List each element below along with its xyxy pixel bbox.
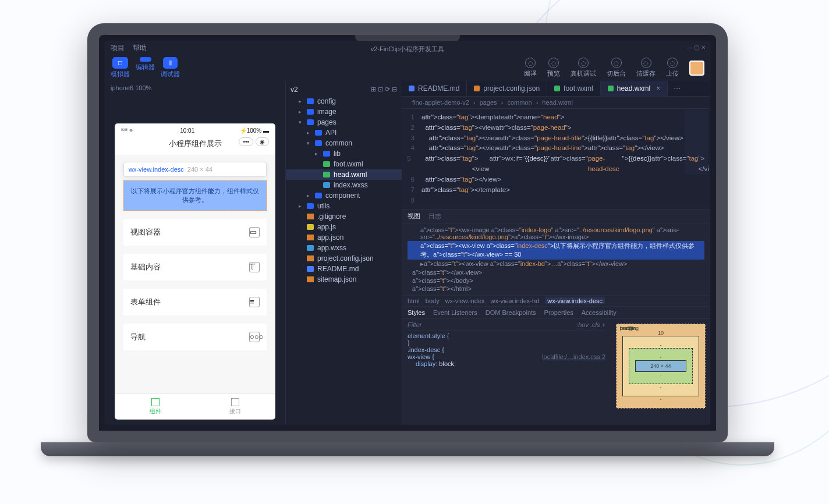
tool-真机调试[interactable]: ◌真机调试 xyxy=(571,58,596,78)
card-icon: ▭ xyxy=(249,227,260,237)
list-item[interactable]: 基础内容𝕋 xyxy=(123,254,267,281)
file-icon xyxy=(307,255,314,261)
file-explorer: v2 ⊞ ⊡ ⟳ ⊟ ▸config▸image▾pages▸API▾commo… xyxy=(285,81,402,425)
tree-node[interactable]: ▸component xyxy=(286,190,402,201)
tree-node[interactable]: sitemap.json xyxy=(286,274,402,285)
selected-element[interactable]: 以下将展示小程序官方组件能力，组件样式仅供参考。 xyxy=(123,180,267,211)
tree-node[interactable]: ▸utils xyxy=(286,201,402,211)
devtools-tab[interactable]: 视图 xyxy=(408,212,420,221)
phone-tab[interactable]: 组件 xyxy=(115,394,195,419)
card-icon: 𝕋 xyxy=(249,262,260,272)
status-signal: ᴵᴰᴱ ᯤ xyxy=(121,127,135,134)
tree-node[interactable]: ▾pages xyxy=(286,117,402,127)
file-icon xyxy=(307,119,314,125)
capsule-menu[interactable]: ••• xyxy=(239,137,253,146)
tree-node[interactable]: app.wxss xyxy=(286,243,402,253)
mode-pill-1[interactable] xyxy=(140,57,151,62)
tool-上传[interactable]: ◌上传 xyxy=(666,58,679,78)
styles-tab[interactable]: Event Listeners xyxy=(433,309,477,316)
tree-node[interactable]: .gitignore xyxy=(286,211,402,222)
styles-panel[interactable]: Filter :hov .cls + element.style {}.inde… xyxy=(402,319,611,425)
tree-node[interactable]: ▸image xyxy=(286,107,402,117)
styles-filter[interactable]: Filter xyxy=(408,321,421,328)
file-icon xyxy=(307,276,314,282)
close-icon[interactable]: × xyxy=(656,84,660,93)
file-icon xyxy=(315,130,322,136)
file-icon xyxy=(307,203,314,209)
tree-node[interactable]: ▸config xyxy=(286,96,402,107)
tool-清缓存[interactable]: ◌清缓存 xyxy=(636,58,656,78)
tree-node[interactable]: ▸API xyxy=(286,127,402,138)
card-icon: ≡ xyxy=(249,297,260,307)
editor-area: README.mdproject.config.jsonfoot.wxmlhea… xyxy=(402,81,710,425)
file-icon xyxy=(307,224,314,230)
styles-tab[interactable]: Styles xyxy=(408,309,425,316)
devtools-panel: 视图日志 a">class="t"><wx-image a">class="in… xyxy=(402,209,710,425)
tabs-more[interactable]: ⋯ xyxy=(668,81,686,96)
styles-tab[interactable]: DOM Breakpoints xyxy=(486,309,536,316)
dom-crumb[interactable]: wx-view.index-desc xyxy=(545,297,605,304)
tool-切后台[interactable]: ◌切后台 xyxy=(607,58,626,78)
window-controls[interactable]: — ▢ ✕ xyxy=(686,44,706,51)
list-item[interactable]: 视图容器▭ xyxy=(123,219,267,246)
device-label: iphone6 100% xyxy=(105,81,285,95)
mode-pill-2[interactable]: ⫴ xyxy=(163,57,178,69)
menu-help[interactable]: 帮助 xyxy=(133,43,147,53)
list-item[interactable]: 表单组件≡ xyxy=(123,289,267,315)
tool-预览[interactable]: ◌预览 xyxy=(547,58,560,78)
tree-node[interactable]: README.md xyxy=(286,264,402,274)
dom-crumb[interactable]: wx-view.index-hd xyxy=(491,297,540,304)
simulator-panel: iphone6 100% ᴵᴰᴱ ᯤ 10:01 ⚡100% ▬ 小程序组件展示… xyxy=(105,81,285,425)
code-editor[interactable]: 1attr">class="tag"><template attr">name=… xyxy=(402,109,710,209)
breadcrumb[interactable]: fino-applet-demo-v2 › pages › common › h… xyxy=(402,97,710,109)
file-icon xyxy=(323,161,330,167)
editor-tab[interactable]: README.md xyxy=(402,81,467,96)
avatar[interactable] xyxy=(689,61,704,76)
tree-node[interactable]: index.wxss xyxy=(286,180,402,190)
editor-tab[interactable]: project.config.json xyxy=(467,81,547,96)
status-time: 10:01 xyxy=(180,127,194,134)
box-model: margin 10 border - padding - 240 × 44 - … xyxy=(611,319,710,425)
tree-node[interactable]: app.js xyxy=(286,222,402,232)
tree-node[interactable]: head.wxml xyxy=(286,169,402,180)
styles-filter-actions[interactable]: :hov .cls + xyxy=(576,321,605,328)
file-icon xyxy=(307,214,314,219)
laptop-frame: 项目 帮助 v2-FinClip小程序开发工具 — ▢ ✕ □模拟器编辑器⫴调试… xyxy=(87,23,728,456)
dom-crumb[interactable]: body xyxy=(426,297,440,304)
file-icon xyxy=(307,235,314,240)
dom-crumb[interactable]: wx-view.index xyxy=(445,297,485,304)
styles-tab[interactable]: Accessibility xyxy=(582,309,617,316)
file-icon xyxy=(307,109,314,115)
phone-tab[interactable]: 接口 xyxy=(195,394,275,419)
dom-tree[interactable]: a">class="t"><wx-image a">class="index-l… xyxy=(402,223,710,295)
devtools-tab[interactable]: 日志 xyxy=(428,212,441,221)
menu-project[interactable]: 项目 xyxy=(111,43,125,53)
phone-preview: ᴵᴰᴱ ᯤ 10:01 ⚡100% ▬ 小程序组件展示 ••• ◉ wx-vie… xyxy=(115,124,275,419)
file-icon xyxy=(323,182,330,188)
tree-node[interactable]: ▾common xyxy=(286,138,402,148)
editor-tab[interactable]: foot.wxml xyxy=(547,81,601,96)
status-battery: ⚡100% ▬ xyxy=(240,127,269,134)
mode-pill-0[interactable]: □ xyxy=(112,57,128,69)
file-icon xyxy=(307,245,314,251)
file-icon xyxy=(307,266,314,272)
file-icon xyxy=(323,172,330,178)
page-title: 小程序组件展示 xyxy=(169,139,222,148)
tree-root[interactable]: v2 xyxy=(290,86,298,94)
minimap[interactable] xyxy=(685,110,708,174)
inspector-tooltip: wx-view.index-desc240 × 44 xyxy=(123,162,267,177)
styles-tab[interactable]: Properties xyxy=(544,309,573,316)
tree-actions[interactable]: ⊞ ⊡ ⟳ ⊟ xyxy=(371,86,397,94)
dom-crumb[interactable]: html xyxy=(408,297,420,304)
tree-node[interactable]: ▸lib xyxy=(286,148,402,159)
capsule-close[interactable]: ◉ xyxy=(256,137,269,146)
tree-node[interactable]: app.json xyxy=(286,232,402,243)
tree-node[interactable]: project.config.json xyxy=(286,253,402,264)
editor-tab[interactable]: head.wxml× xyxy=(601,81,668,96)
list-item[interactable]: 导航○○○ xyxy=(123,324,267,350)
file-icon xyxy=(315,193,322,198)
card-icon: ○○○ xyxy=(249,332,260,342)
file-icon xyxy=(307,98,314,104)
tool-编译[interactable]: ◌编译 xyxy=(524,58,537,78)
tree-node[interactable]: foot.wxml xyxy=(286,159,402,169)
